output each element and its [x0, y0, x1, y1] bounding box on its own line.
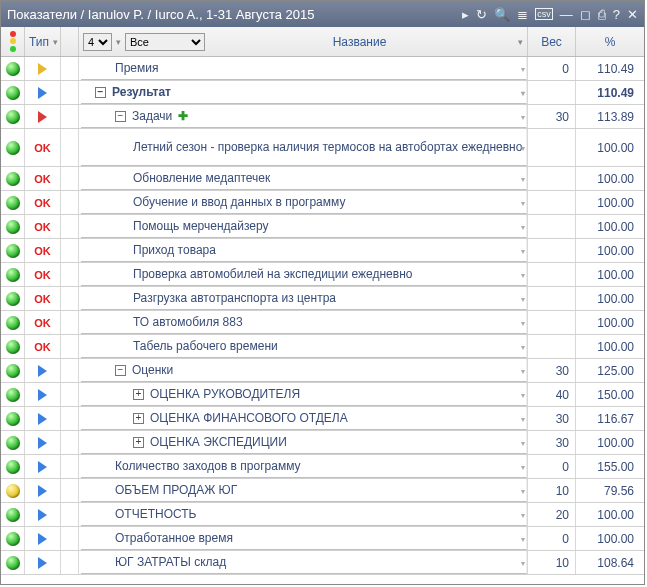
weight-cell — [528, 129, 576, 166]
triangle-yellow-icon — [38, 63, 47, 75]
dropdown-icon[interactable]: ▾ — [521, 342, 525, 351]
status-cell — [1, 81, 25, 104]
table-row[interactable]: +ОЦЕНКА ФИНАНСОВОГО ОТДЕЛА▾30116.67 — [1, 407, 644, 431]
table-row[interactable]: Отработанное время▾0100.00 — [1, 527, 644, 551]
table-row[interactable]: +ОЦЕНКА РУКОВОДИТЕЛЯ▾40150.00 — [1, 383, 644, 407]
dropdown-icon[interactable]: ▾ — [521, 438, 525, 447]
dropdown-icon[interactable]: ▾ — [521, 64, 525, 73]
collapse-icon[interactable]: − — [95, 87, 106, 98]
name-cell[interactable]: ТО автомобиля 883▾ — [79, 311, 528, 334]
name-cell[interactable]: Помощь мерчендайзеру▾ — [79, 215, 528, 238]
name-cell[interactable]: Обновление медаптечек▾ — [79, 167, 528, 190]
add-icon[interactable]: ✚ — [178, 109, 188, 123]
name-cell[interactable]: Приход товара▾ — [79, 239, 528, 262]
name-cell[interactable]: +ОЦЕНКА РУКОВОДИТЕЛЯ▾ — [79, 383, 528, 406]
dropdown-icon[interactable]: ▾ — [521, 510, 525, 519]
name-cell[interactable]: +ОЦЕНКА ФИНАНСОВОГО ОТДЕЛА▾ — [79, 407, 528, 430]
type-cell — [25, 57, 61, 80]
dropdown-icon[interactable]: ▾ — [521, 143, 525, 152]
triangle-red-icon — [38, 111, 47, 123]
go-icon[interactable]: ▸ — [462, 7, 469, 22]
status-yellow-icon — [6, 484, 20, 498]
table-row[interactable]: OKОбучение и ввод данных в программу▾100… — [1, 191, 644, 215]
print-icon[interactable]: ⎙ — [598, 7, 606, 22]
percent-cell: 116.67 — [576, 407, 644, 430]
name-cell[interactable]: +ОЦЕНКА ЭКСПЕДИЦИИ▾ — [79, 431, 528, 454]
header-type[interactable]: Тип ▾ — [25, 27, 61, 56]
dropdown-icon[interactable]: ▾ — [521, 366, 525, 375]
dropdown-icon[interactable]: ▾ — [521, 222, 525, 231]
table-row[interactable]: −Результат▾110.49 — [1, 81, 644, 105]
close-icon[interactable]: ✕ — [627, 7, 638, 22]
status-green-icon — [6, 532, 20, 546]
name-cell[interactable]: −Результат▾ — [79, 81, 528, 104]
expand-icon[interactable]: + — [133, 413, 144, 424]
name-cell[interactable]: Отработанное время▾ — [79, 527, 528, 550]
name-cell[interactable]: −Оценки▾ — [79, 359, 528, 382]
table-row[interactable]: OKТО автомобиля 883▾100.00 — [1, 311, 644, 335]
csv-icon[interactable]: csv — [535, 8, 553, 20]
refresh-icon[interactable]: ↻ — [476, 7, 487, 22]
name-cell[interactable]: Количество заходов в программу▾ — [79, 455, 528, 478]
dropdown-icon[interactable]: ▾ — [521, 558, 525, 567]
level-select[interactable]: 4 — [83, 33, 112, 51]
table-row[interactable]: ОБЪЕМ ПРОДАЖ ЮГ▾1079.56 — [1, 479, 644, 503]
table-row[interactable]: +ОЦЕНКА ЭКСПЕДИЦИИ▾30100.00 — [1, 431, 644, 455]
dropdown-icon[interactable]: ▾ — [521, 390, 525, 399]
dropdown-icon[interactable]: ▾ — [521, 462, 525, 471]
dropdown-icon[interactable]: ▾ — [521, 486, 525, 495]
name-cell[interactable]: Обучение и ввод данных в программу▾ — [79, 191, 528, 214]
table-row[interactable]: ОТЧЕТНОСТЬ▾20100.00 — [1, 503, 644, 527]
filter-select[interactable]: Все — [125, 33, 205, 51]
dropdown-icon[interactable]: ▾ — [521, 414, 525, 423]
name-cell[interactable]: Премия▾ — [79, 57, 528, 80]
header-weight[interactable]: Вес — [528, 27, 576, 56]
dropdown-icon[interactable]: ▾ — [521, 318, 525, 327]
status-cell — [1, 551, 25, 574]
dropdown-icon[interactable]: ▾ — [521, 112, 525, 121]
table-row[interactable]: −Задачи✚▾30113.89 — [1, 105, 644, 129]
dropdown-icon[interactable]: ▾ — [521, 270, 525, 279]
table-row[interactable]: OKПриход товара▾100.00 — [1, 239, 644, 263]
table-row[interactable]: OKПомощь мерчендайзеру▾100.00 — [1, 215, 644, 239]
name-cell[interactable]: ЮГ ЗАТРАТЫ склад▾ — [79, 551, 528, 574]
header-percent[interactable]: % — [576, 27, 644, 56]
name-cell[interactable]: Разгрузка автотранспорта из центра▾ — [79, 287, 528, 310]
expand-icon[interactable]: + — [133, 437, 144, 448]
table-row[interactable]: Количество заходов в программу▾0155.00 — [1, 455, 644, 479]
table-row[interactable]: OKПроверка автомобилей на экспедиции еже… — [1, 263, 644, 287]
dropdown-icon[interactable]: ▾ — [521, 246, 525, 255]
search-icon[interactable]: 🔍 — [494, 7, 510, 22]
dropdown-icon[interactable]: ▾ — [521, 198, 525, 207]
data-grid[interactable]: Премия▾0110.49−Результат▾110.49−Задачи✚▾… — [1, 57, 644, 584]
expand-icon[interactable]: + — [133, 389, 144, 400]
dropdown-icon[interactable]: ▾ — [521, 534, 525, 543]
dropdown-icon[interactable]: ▾ — [521, 294, 525, 303]
table-row[interactable]: OKРазгрузка автотранспорта из центра▾100… — [1, 287, 644, 311]
type-cell — [25, 503, 61, 526]
name-cell[interactable]: ОБЪЕМ ПРОДАЖ ЮГ▾ — [79, 479, 528, 502]
help-icon[interactable]: ? — [613, 7, 620, 22]
dropdown-icon[interactable]: ▾ — [521, 174, 525, 183]
table-row[interactable]: OKТабель рабочего времени▾100.00 — [1, 335, 644, 359]
name-cell[interactable]: Табель рабочего времени▾ — [79, 335, 528, 358]
row-name-label: Обновление медаптечек — [133, 171, 270, 185]
header-name-label[interactable]: Название — [205, 35, 514, 49]
tree-icon[interactable]: ≣ — [517, 7, 528, 22]
name-cell[interactable]: Летний сезон - проверка наличия термосов… — [79, 129, 528, 166]
collapse-icon[interactable]: − — [115, 365, 126, 376]
minimize-icon[interactable]: — — [560, 7, 573, 22]
name-cell[interactable]: −Задачи✚▾ — [79, 105, 528, 128]
ok-icon: OK — [34, 317, 51, 329]
table-row[interactable]: OKОбновление медаптечек▾100.00 — [1, 167, 644, 191]
collapse-icon[interactable]: − — [115, 111, 126, 122]
table-row[interactable]: ЮГ ЗАТРАТЫ склад▾10108.64 — [1, 551, 644, 575]
dropdown-icon[interactable]: ▾ — [521, 88, 525, 97]
table-row[interactable]: −Оценки▾30125.00 — [1, 359, 644, 383]
name-cell[interactable]: Проверка автомобилей на экспедиции ежедн… — [79, 263, 528, 286]
header-status[interactable] — [1, 27, 25, 56]
name-cell[interactable]: ОТЧЕТНОСТЬ▾ — [79, 503, 528, 526]
table-row[interactable]: Премия▾0110.49 — [1, 57, 644, 81]
table-row[interactable]: OKЛетний сезон - проверка наличия термос… — [1, 129, 644, 167]
restore-icon[interactable]: ◻ — [580, 7, 591, 22]
